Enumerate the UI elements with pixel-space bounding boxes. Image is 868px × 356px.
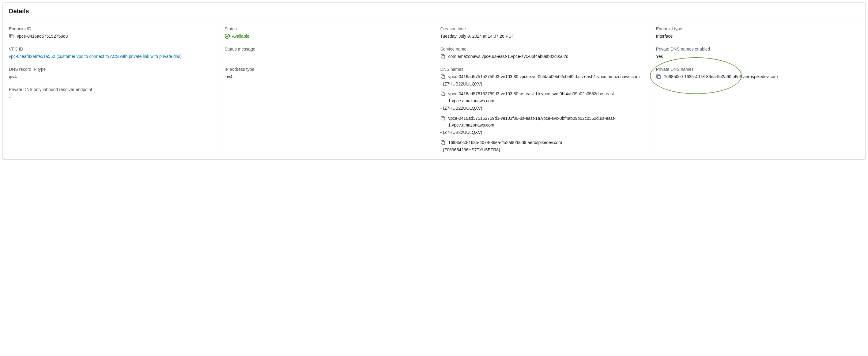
field-ip-address-type: IP address type ipv4	[224, 66, 428, 80]
value-service-name: com.amazonaws.vpce.us-east-1.vpce-svc-0b…	[448, 53, 568, 60]
field-creation-time: Creation time Tuesday, July 9, 2024 at 1…	[440, 26, 644, 39]
copy-icon[interactable]	[440, 91, 445, 96]
svg-rect-8	[442, 93, 445, 96]
value-creation-time: Tuesday, July 9, 2024 at 14:07:26 PDT	[440, 33, 644, 39]
value-private-dns-names: 169850c0-1635-4078-86ea-ff52a90fb6d9.aer…	[664, 73, 778, 80]
label-ip-address-type: IP address type	[224, 66, 428, 72]
field-private-dns-enabled: Private DNS names enabled Yes	[656, 46, 859, 60]
svg-rect-14	[658, 76, 660, 79]
svg-rect-4	[442, 55, 445, 58]
svg-rect-10	[442, 117, 445, 120]
details-panel: Details Endpoint ID vpce-0416ad575152759…	[2, 2, 866, 159]
value-private-dns-resolver: –	[9, 93, 212, 100]
label-private-dns-names: Private DNS names	[656, 66, 859, 72]
panel-header: Details	[3, 3, 865, 20]
value-ip-address-type: ipv4	[224, 73, 428, 80]
label-status: Status	[224, 26, 428, 32]
dns-names-list: vpce-0416ad575152759d3-ve103f80.vpce-svc…	[440, 73, 644, 153]
svg-rect-6	[442, 76, 445, 79]
value-dns-record-ip-type: ipv4	[9, 73, 212, 80]
column-2: Status Available Status message – IP add…	[218, 20, 434, 159]
label-endpoint-id: Endpoint ID	[9, 26, 212, 32]
label-creation-time: Creation time	[440, 26, 644, 32]
value-private-dns-enabled: Yes	[656, 53, 859, 60]
check-circle-icon	[224, 33, 230, 39]
field-status: Status Available	[224, 26, 428, 39]
dns-name-entry: 169850c0-1635-4078-86ea-ff52a90fb6d9.aer…	[440, 139, 644, 153]
panel-body: Endpoint ID vpce-0416ad575152759d3 VPC I…	[3, 20, 865, 159]
dns-zone-id: - (Z063654236HS7TYU5ETR8)	[440, 146, 644, 153]
value-status: Available	[232, 33, 249, 39]
label-dns-names: DNS names	[440, 66, 644, 72]
field-private-dns-resolver: Private DNS only inbound resolver endpoi…	[9, 87, 212, 100]
label-endpoint-type: Endpoint type	[656, 26, 859, 32]
value-endpoint-type: Interface	[656, 33, 859, 39]
dns-name-value: 169850c0-1635-4078-86ea-ff52a90fb6d9.aer…	[448, 139, 562, 146]
panel-title: Details	[9, 8, 859, 15]
dns-zone-id: - (Z7HUB22UULQXV)	[440, 129, 644, 136]
label-private-dns-resolver: Private DNS only inbound resolver endpoi…	[9, 87, 212, 93]
field-service-name: Service name com.amazonaws.vpce.us-east-…	[440, 46, 644, 60]
copy-icon[interactable]	[440, 54, 445, 59]
column-3: Creation time Tuesday, July 9, 2024 at 1…	[434, 20, 650, 159]
svg-rect-1	[10, 35, 13, 38]
dns-name-value: vpce-0416ad575152759d3-ve103f80-us-east-…	[448, 90, 644, 104]
label-dns-record-ip-type: DNS record IP type	[9, 66, 212, 72]
dns-name-entry: vpce-0416ad575152759d3-ve103f80-us-east-…	[440, 90, 644, 112]
svg-rect-12	[442, 142, 445, 144]
dns-name-entry: vpce-0416ad575152759d3-ve103f80-us-east-…	[440, 115, 644, 136]
field-endpoint-type: Endpoint type Interface	[656, 26, 859, 39]
field-endpoint-id: Endpoint ID vpce-0416ad575152759d3	[9, 26, 212, 39]
column-4: Endpoint type Interface Private DNS name…	[650, 20, 865, 159]
field-dns-record-ip-type: DNS record IP type ipv4	[9, 66, 212, 80]
copy-icon[interactable]	[440, 140, 445, 145]
label-private-dns-enabled: Private DNS names enabled	[656, 46, 859, 52]
field-vpc-id: VPC ID vpc-04eaf82a8fe51a550 (customer v…	[9, 46, 212, 60]
value-endpoint-id: vpce-0416ad575152759d3	[17, 33, 68, 39]
dns-zone-id: - (Z7HUB22UULQXV)	[440, 105, 644, 112]
copy-icon[interactable]	[656, 74, 661, 79]
copy-icon[interactable]	[440, 74, 445, 79]
dns-name-value: vpce-0416ad575152759d3-ve103f80.vpce-svc…	[448, 73, 640, 80]
field-dns-names: DNS names vpce-0416ad575152759d3-ve103f8…	[440, 66, 644, 153]
dns-name-entry: vpce-0416ad575152759d3-ve103f80.vpce-svc…	[440, 73, 644, 88]
column-1: Endpoint ID vpce-0416ad575152759d3 VPC I…	[3, 20, 218, 159]
label-status-message: Status message	[224, 46, 428, 52]
link-vpc-id[interactable]: vpc-04eaf82a8fe51a550 (customer vpc to c…	[9, 53, 212, 60]
dns-name-value: vpce-0416ad575152759d3-ve103f80-us-east-…	[448, 115, 644, 129]
copy-icon[interactable]	[440, 116, 445, 121]
dns-zone-id: - (Z7HUB22UULQXV)	[440, 81, 644, 87]
copy-icon[interactable]	[9, 34, 14, 39]
label-service-name: Service name	[440, 46, 644, 52]
value-status-message: –	[224, 53, 428, 60]
label-vpc-id: VPC ID	[9, 46, 212, 52]
field-private-dns-names: Private DNS names 169850c0-1635-4078-86e…	[656, 66, 859, 80]
field-status-message: Status message –	[224, 46, 428, 60]
